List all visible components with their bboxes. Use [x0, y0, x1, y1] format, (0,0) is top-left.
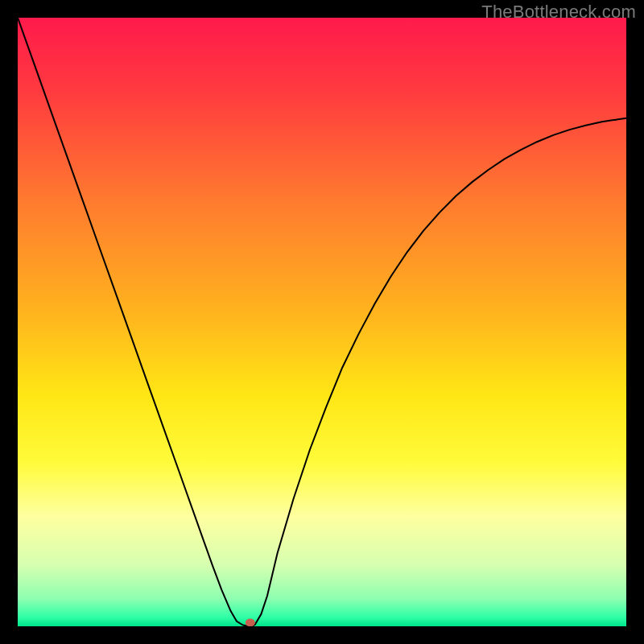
optimal-point-marker	[246, 618, 255, 626]
chart-frame	[18, 18, 626, 626]
bottleneck-chart	[18, 18, 626, 626]
chart-background	[18, 18, 626, 626]
